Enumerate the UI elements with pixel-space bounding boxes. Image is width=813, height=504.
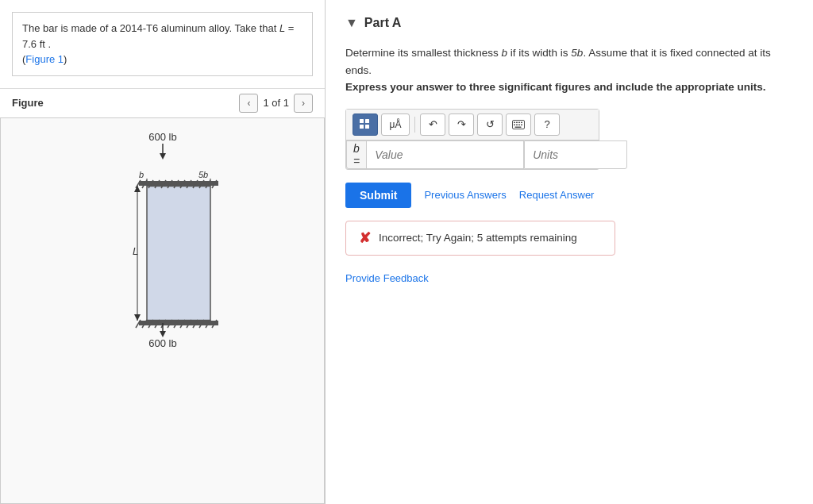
svg-marker-42 <box>134 314 141 321</box>
unit-label: μÅ <box>390 119 402 130</box>
answer-box: μÅ ↶ ↷ ↺ ? <box>345 109 599 170</box>
figure-svg: 600 lb b 5b <box>75 126 250 348</box>
figure-header: Figure ‹ 1 of 1 › <box>0 88 325 117</box>
part-title: Part A <box>364 16 402 30</box>
question-line1: Determine its smallest thickness <box>345 47 502 59</box>
svg-rect-54 <box>521 121 522 123</box>
answer-label: b = <box>346 140 366 169</box>
svg-rect-58 <box>521 124 522 125</box>
matrix-button[interactable] <box>353 113 378 136</box>
submit-row: Submit Previous Answers Request Answer <box>345 183 793 208</box>
figure-nav: ‹ 1 of 1 › <box>239 94 313 113</box>
question-text: Determine its smallest thickness b if it… <box>345 44 793 96</box>
collapse-arrow-icon[interactable]: ▼ <box>345 16 358 30</box>
left-panel: The bar is made of a 2014-T6 aluminum al… <box>0 0 326 504</box>
svg-rect-49 <box>365 125 369 129</box>
units-input[interactable] <box>524 140 627 169</box>
answer-fields: b = <box>346 140 599 169</box>
svg-rect-53 <box>518 121 520 123</box>
previous-answers-link[interactable]: Previous Answers <box>424 189 506 201</box>
figure-scroll: 600 lb b 5b <box>1 118 324 356</box>
value-input[interactable] <box>366 140 524 169</box>
keyboard-button[interactable] <box>506 113 531 136</box>
svg-marker-41 <box>134 186 141 192</box>
toolbar-separator <box>414 117 415 133</box>
figure-title: Figure <box>12 97 44 109</box>
prev-nav-button[interactable]: ‹ <box>239 94 258 113</box>
svg-rect-52 <box>516 121 518 123</box>
right-panel: ▼ Part A Determine its smallest thicknes… <box>326 0 813 504</box>
svg-rect-56 <box>516 124 518 125</box>
svg-rect-57 <box>518 124 520 125</box>
redo-button[interactable]: ↷ <box>449 113 474 136</box>
svg-rect-48 <box>360 125 364 129</box>
feedback-link[interactable]: Provide Feedback <box>345 272 429 284</box>
next-nav-button[interactable]: › <box>294 94 313 113</box>
question-line2: if its width is <box>507 47 571 59</box>
unit-button[interactable]: μÅ <box>381 113 410 136</box>
question-math-5b: 5b <box>571 47 583 59</box>
svg-text:b: b <box>139 170 144 179</box>
figure-container: 600 lb b 5b <box>0 117 325 505</box>
svg-rect-47 <box>365 119 369 123</box>
svg-marker-44 <box>160 331 166 337</box>
error-box: ✘ Incorrect; Try Again; 5 attempts remai… <box>345 221 615 256</box>
svg-marker-2 <box>160 153 166 160</box>
svg-text:5b: 5b <box>198 170 208 179</box>
svg-rect-55 <box>514 124 515 125</box>
problem-text-box: The bar is made of a 2014-T6 aluminum al… <box>12 12 313 76</box>
part-header: ▼ Part A <box>345 16 793 30</box>
svg-rect-46 <box>360 119 364 123</box>
error-icon: ✘ <box>359 229 371 247</box>
help-button[interactable]: ? <box>534 113 560 136</box>
error-text: Incorrect; Try Again; 5 attempts remaini… <box>379 232 577 244</box>
undo-button[interactable]: ↶ <box>420 113 445 136</box>
request-answer-link[interactable]: Request Answer <box>519 189 595 201</box>
svg-text:600 lb: 600 lb <box>148 131 176 143</box>
problem-text: The bar is made of a 2014-T6 aluminum al… <box>22 22 276 34</box>
scroll-spacer <box>1 356 324 372</box>
svg-rect-51 <box>514 121 515 123</box>
reset-button[interactable]: ↺ <box>477 113 503 136</box>
svg-text:600 lb: 600 lb <box>148 337 176 348</box>
submit-button[interactable]: Submit <box>345 183 411 208</box>
math-l: L <box>279 22 285 34</box>
figure-link[interactable]: Figure 1 <box>25 53 64 65</box>
page-count: 1 of 1 <box>263 97 289 109</box>
bold-line: Express your answer to three significant… <box>345 81 766 93</box>
question-math-b: b <box>502 47 508 59</box>
unit-value: ft . <box>40 38 51 50</box>
svg-rect-8 <box>147 186 210 321</box>
answer-toolbar: μÅ ↶ ↷ ↺ ? <box>346 110 599 140</box>
svg-rect-59 <box>515 126 522 128</box>
